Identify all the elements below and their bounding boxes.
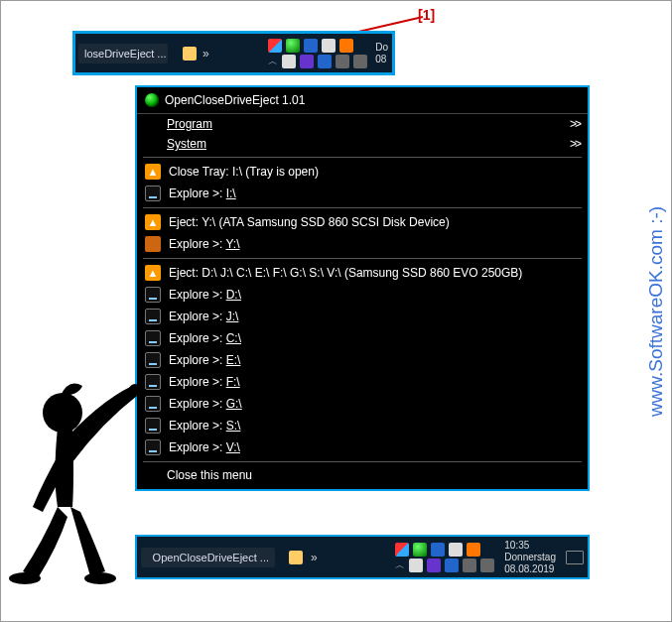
close-menu-label: Close this menu (167, 468, 252, 482)
drive-eject-menu: OpenCloseDriveEject 1.01 Program >> Syst… (135, 85, 590, 491)
eject-icon: ▲ (145, 214, 161, 230)
tray-icon[interactable] (304, 39, 318, 53)
separator (143, 207, 582, 208)
drive-icon (145, 236, 161, 252)
explore-e-label: Explore >: E:\ (169, 353, 240, 367)
system-tray: ︿ (391, 541, 498, 574)
menu-item-explore-v[interactable]: Explore >: V:\ (137, 436, 588, 458)
menu-item-explore-g[interactable]: Explore >: G:\ (137, 393, 588, 415)
menu-item-close-menu[interactable]: Close this menu (137, 465, 588, 485)
menu-item-explore-s[interactable]: Explore >: S:\ (137, 415, 588, 436)
shield-icon[interactable] (395, 543, 409, 557)
explore-c-label: Explore >: C:\ (169, 331, 241, 345)
menu-title-row: OpenCloseDriveEject 1.01 (137, 87, 588, 114)
overflow-chevron-icon[interactable]: » (311, 551, 318, 564)
tray-icon[interactable] (322, 39, 336, 53)
system-tray: ︿ (268, 37, 371, 70)
close-tray-label: Close Tray: I:\ (Tray is open) (169, 165, 319, 179)
tray-icon[interactable] (339, 39, 353, 53)
clock[interactable]: 10:35 Donnerstag 08.08.2019 (498, 540, 562, 575)
menu-item-program[interactable]: Program >> (137, 114, 588, 134)
separator (143, 461, 582, 462)
menu-item-close-tray[interactable]: ▲ Close Tray: I:\ (Tray is open) (137, 161, 588, 183)
tray-icon[interactable] (300, 55, 314, 68)
tray-icon[interactable] (336, 55, 349, 68)
menu-item-explore-j[interactable]: Explore >: J:\ (137, 306, 588, 327)
tray-icon[interactable] (427, 559, 441, 572)
app-icon (147, 552, 149, 563)
explore-f-label: Explore >: F:\ (169, 375, 240, 389)
taskbar-button-label: OpenCloseDriveEject ... (153, 552, 269, 563)
app-tray-icon[interactable] (413, 543, 427, 557)
tray-expand-icon[interactable]: ︿ (395, 559, 405, 572)
system-label: System (167, 137, 206, 151)
explore-y-label: Explore >: Y:\ (169, 237, 240, 251)
callout-label: [1] (418, 7, 435, 23)
drive-icon (145, 374, 161, 390)
pointing-figure-icon (3, 368, 147, 591)
drive-icon (145, 352, 161, 368)
menu-item-explore-f[interactable]: Explore >: F:\ (137, 371, 588, 393)
tray-icon[interactable] (445, 559, 459, 572)
folder-icon[interactable] (183, 47, 197, 61)
shield-icon[interactable] (268, 39, 282, 53)
taskbar-bottom: OpenCloseDriveEject ... » ︿ 10:35 Donner… (135, 535, 590, 579)
separator (143, 258, 582, 259)
app-icon (145, 93, 159, 107)
tray-icon[interactable] (282, 55, 296, 68)
tray-icon[interactable] (463, 559, 476, 572)
tray-icon[interactable] (353, 55, 367, 68)
svg-point-3 (9, 572, 41, 584)
drive-icon (145, 330, 161, 346)
menu-item-explore-c[interactable]: Explore >: C:\ (137, 327, 588, 349)
menu-item-explore-i[interactable]: Explore >: I:\ (137, 183, 588, 204)
taskbar-top: loseDriveEject ... » ︿ Do 08 (72, 31, 395, 75)
drive-icon (145, 439, 161, 455)
clock-date: 08.08.2019 (504, 563, 556, 575)
svg-point-1 (43, 393, 82, 433)
separator (143, 157, 582, 158)
svg-point-4 (84, 572, 116, 584)
submenu-arrow-icon: >> (570, 117, 580, 131)
tray-icon[interactable] (409, 559, 423, 572)
explore-g-label: Explore >: G:\ (169, 397, 242, 411)
menu-item-explore-d[interactable]: Explore >: D:\ (137, 284, 588, 306)
menu-item-system[interactable]: System >> (137, 134, 588, 154)
tray-icon[interactable] (467, 543, 480, 557)
clock-fragment: Do 08 (371, 42, 392, 65)
drive-icon (145, 309, 161, 324)
menu-title: OpenCloseDriveEject 1.01 (165, 93, 305, 107)
tray-icon[interactable] (431, 543, 445, 557)
clock-weekday: Donnerstag (504, 552, 556, 563)
eject-y-label: Eject: Y:\ (ATA Samsung SSD 860 SCSI Dis… (169, 215, 450, 229)
drive-icon (145, 396, 161, 412)
explore-d-label: Explore >: D:\ (169, 288, 241, 302)
eject-multi-label: Eject: D:\ J:\ C:\ E:\ F:\ G:\ S:\ V:\ (… (169, 266, 522, 280)
program-label: Program (167, 117, 212, 131)
explore-s-label: Explore >: S:\ (169, 419, 240, 433)
menu-item-eject-y[interactable]: ▲ Eject: Y:\ (ATA Samsung SSD 860 SCSI D… (137, 211, 588, 233)
menu-item-explore-e[interactable]: Explore >: E:\ (137, 349, 588, 371)
tray-expand-icon[interactable]: ︿ (268, 55, 278, 68)
clock-time: 10:35 (504, 540, 556, 552)
drive-icon (145, 186, 161, 201)
taskbar-button-app[interactable]: loseDriveEject ... (78, 44, 168, 63)
menu-item-eject-multi[interactable]: ▲ Eject: D:\ J:\ C:\ E:\ F:\ G:\ S:\ V:\… (137, 262, 588, 284)
tray-icon[interactable] (449, 543, 463, 557)
menu-item-explore-y[interactable]: Explore >: Y:\ (137, 233, 588, 255)
taskbar-button-app[interactable]: OpenCloseDriveEject ... (141, 548, 275, 567)
watermark: www.SoftwareOK.com :-) (645, 205, 667, 416)
tray-icon[interactable] (318, 55, 332, 68)
submenu-arrow-icon: >> (570, 137, 580, 151)
explore-j-label: Explore >: J:\ (169, 310, 238, 323)
folder-icon[interactable] (289, 551, 303, 564)
eject-icon: ▲ (145, 164, 161, 180)
explore-v-label: Explore >: V:\ (169, 440, 240, 454)
eject-icon: ▲ (145, 265, 161, 281)
notification-center-icon[interactable] (566, 551, 584, 564)
tray-icon[interactable] (480, 559, 494, 572)
drive-icon (145, 287, 161, 303)
app-tray-icon[interactable] (286, 39, 300, 53)
overflow-chevron-icon[interactable]: » (202, 47, 209, 61)
explore-i-label: Explore >: I:\ (169, 187, 236, 200)
